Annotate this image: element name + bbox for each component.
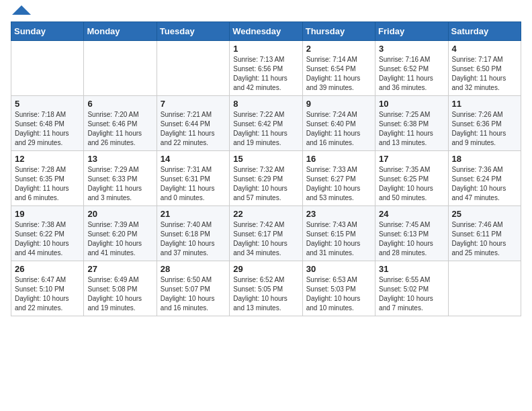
day-number: 11 [452, 99, 517, 109]
day-info: Sunrise: 7:22 AMSunset: 6:42 PMDaylight:… [233, 110, 298, 148]
calendar-cell: 10Sunrise: 7:25 AMSunset: 6:38 PMDayligh… [375, 96, 448, 151]
day-info: Sunrise: 6:47 AMSunset: 5:10 PMDaylight:… [15, 275, 80, 313]
day-number: 13 [87, 154, 152, 164]
calendar-week-1: 1Sunrise: 7:13 AMSunset: 6:56 PMDaylight… [11, 41, 521, 96]
day-info: Sunrise: 7:24 AMSunset: 6:40 PMDaylight:… [306, 110, 371, 148]
day-info: Sunrise: 6:55 AMSunset: 5:02 PMDaylight:… [379, 275, 444, 313]
calendar-cell: 14Sunrise: 7:31 AMSunset: 6:31 PMDayligh… [157, 151, 229, 206]
calendar-cell: 21Sunrise: 7:40 AMSunset: 6:18 PMDayligh… [157, 206, 229, 261]
calendar-cell: 2Sunrise: 7:14 AMSunset: 6:54 PMDaylight… [302, 41, 375, 96]
day-number: 26 [15, 264, 80, 274]
day-number: 12 [15, 154, 80, 164]
calendar-cell: 28Sunrise: 6:50 AMSunset: 5:07 PMDayligh… [157, 261, 229, 316]
logo-arrow-icon [12, 5, 31, 15]
page-header [11, 11, 521, 15]
day-info: Sunrise: 7:28 AMSunset: 6:35 PMDaylight:… [15, 165, 80, 203]
day-info: Sunrise: 7:43 AMSunset: 6:15 PMDaylight:… [306, 220, 371, 258]
calendar-cell: 31Sunrise: 6:55 AMSunset: 5:02 PMDayligh… [375, 261, 448, 316]
calendar-cell: 3Sunrise: 7:16 AMSunset: 6:52 PMDaylight… [375, 41, 448, 96]
day-number: 30 [306, 264, 371, 274]
calendar-cell: 27Sunrise: 6:49 AMSunset: 5:08 PMDayligh… [84, 261, 157, 316]
day-info: Sunrise: 7:40 AMSunset: 6:18 PMDaylight:… [161, 220, 226, 258]
day-number: 27 [87, 264, 152, 274]
day-number: 16 [306, 154, 371, 164]
calendar-cell: 18Sunrise: 7:36 AMSunset: 6:24 PMDayligh… [448, 151, 521, 206]
calendar-cell [84, 41, 157, 96]
day-info: Sunrise: 7:18 AMSunset: 6:48 PMDaylight:… [15, 110, 80, 148]
weekday-sunday: Sunday [11, 22, 84, 41]
day-number: 29 [233, 264, 298, 274]
day-number: 6 [87, 99, 152, 109]
day-info: Sunrise: 7:32 AMSunset: 6:29 PMDaylight:… [233, 165, 298, 203]
calendar-cell: 23Sunrise: 7:43 AMSunset: 6:15 PMDayligh… [302, 206, 375, 261]
calendar-cell: 4Sunrise: 7:17 AMSunset: 6:50 PMDaylight… [448, 41, 521, 96]
day-number: 18 [452, 154, 517, 164]
day-number: 1 [233, 44, 298, 54]
day-number: 4 [452, 44, 517, 54]
calendar-table: SundayMondayTuesdayWednesdayThursdayFrid… [11, 21, 521, 316]
calendar-cell: 11Sunrise: 7:26 AMSunset: 6:36 PMDayligh… [448, 96, 521, 151]
day-info: Sunrise: 7:16 AMSunset: 6:52 PMDaylight:… [379, 55, 444, 93]
calendar-cell: 6Sunrise: 7:20 AMSunset: 6:46 PMDaylight… [84, 96, 157, 151]
day-info: Sunrise: 7:39 AMSunset: 6:20 PMDaylight:… [87, 220, 152, 258]
day-info: Sunrise: 7:26 AMSunset: 6:36 PMDaylight:… [452, 110, 517, 148]
calendar-cell: 1Sunrise: 7:13 AMSunset: 6:56 PMDaylight… [230, 41, 302, 96]
day-number: 10 [379, 99, 444, 109]
day-number: 8 [233, 99, 298, 109]
calendar-cell: 17Sunrise: 7:35 AMSunset: 6:25 PMDayligh… [375, 151, 448, 206]
calendar-cell: 20Sunrise: 7:39 AMSunset: 6:20 PMDayligh… [84, 206, 157, 261]
day-number: 19 [15, 209, 80, 219]
day-info: Sunrise: 7:21 AMSunset: 6:44 PMDaylight:… [161, 110, 226, 148]
day-info: Sunrise: 7:38 AMSunset: 6:22 PMDaylight:… [15, 220, 80, 258]
day-number: 21 [161, 209, 226, 219]
weekday-thursday: Thursday [302, 22, 375, 41]
day-number: 5 [15, 99, 80, 109]
day-number: 17 [379, 154, 444, 164]
calendar-cell: 24Sunrise: 7:45 AMSunset: 6:13 PMDayligh… [375, 206, 448, 261]
day-info: Sunrise: 6:53 AMSunset: 5:03 PMDaylight:… [306, 275, 371, 313]
calendar-cell: 16Sunrise: 7:33 AMSunset: 6:27 PMDayligh… [302, 151, 375, 206]
calendar-cell: 26Sunrise: 6:47 AMSunset: 5:10 PMDayligh… [11, 261, 84, 316]
calendar-cell: 8Sunrise: 7:22 AMSunset: 6:42 PMDaylight… [230, 96, 302, 151]
calendar-week-4: 19Sunrise: 7:38 AMSunset: 6:22 PMDayligh… [11, 206, 521, 261]
weekday-friday: Friday [375, 22, 448, 41]
weekday-header-row: SundayMondayTuesdayWednesdayThursdayFrid… [11, 22, 521, 41]
day-info: Sunrise: 7:17 AMSunset: 6:50 PMDaylight:… [452, 55, 517, 93]
day-info: Sunrise: 6:50 AMSunset: 5:07 PMDaylight:… [161, 275, 226, 313]
logo [11, 11, 31, 15]
day-info: Sunrise: 7:25 AMSunset: 6:38 PMDaylight:… [379, 110, 444, 148]
day-info: Sunrise: 7:42 AMSunset: 6:17 PMDaylight:… [233, 220, 298, 258]
day-info: Sunrise: 7:31 AMSunset: 6:31 PMDaylight:… [161, 165, 226, 203]
calendar-cell: 5Sunrise: 7:18 AMSunset: 6:48 PMDaylight… [11, 96, 84, 151]
day-info: Sunrise: 7:46 AMSunset: 6:11 PMDaylight:… [452, 220, 517, 258]
day-number: 23 [306, 209, 371, 219]
calendar-cell: 7Sunrise: 7:21 AMSunset: 6:44 PMDaylight… [157, 96, 229, 151]
calendar-cell: 25Sunrise: 7:46 AMSunset: 6:11 PMDayligh… [448, 206, 521, 261]
calendar-cell: 9Sunrise: 7:24 AMSunset: 6:40 PMDaylight… [302, 96, 375, 151]
calendar-cell [11, 41, 84, 96]
day-number: 25 [452, 209, 517, 219]
day-number: 2 [306, 44, 371, 54]
calendar-week-3: 12Sunrise: 7:28 AMSunset: 6:35 PMDayligh… [11, 151, 521, 206]
day-info: Sunrise: 7:13 AMSunset: 6:56 PMDaylight:… [233, 55, 298, 93]
day-number: 22 [233, 209, 298, 219]
calendar-cell: 13Sunrise: 7:29 AMSunset: 6:33 PMDayligh… [84, 151, 157, 206]
day-number: 28 [161, 264, 226, 274]
calendar-cell: 30Sunrise: 6:53 AMSunset: 5:03 PMDayligh… [302, 261, 375, 316]
day-number: 7 [161, 99, 226, 109]
calendar-cell: 12Sunrise: 7:28 AMSunset: 6:35 PMDayligh… [11, 151, 84, 206]
day-info: Sunrise: 6:49 AMSunset: 5:08 PMDaylight:… [87, 275, 152, 313]
day-number: 15 [233, 154, 298, 164]
day-info: Sunrise: 7:36 AMSunset: 6:24 PMDaylight:… [452, 165, 517, 203]
weekday-tuesday: Tuesday [157, 22, 229, 41]
day-info: Sunrise: 7:45 AMSunset: 6:13 PMDaylight:… [379, 220, 444, 258]
day-number: 9 [306, 99, 371, 109]
calendar-cell: 15Sunrise: 7:32 AMSunset: 6:29 PMDayligh… [230, 151, 302, 206]
calendar-cell [448, 261, 521, 316]
day-number: 24 [379, 209, 444, 219]
day-number: 14 [161, 154, 226, 164]
calendar-week-5: 26Sunrise: 6:47 AMSunset: 5:10 PMDayligh… [11, 261, 521, 316]
weekday-saturday: Saturday [448, 22, 521, 41]
calendar-body: 1Sunrise: 7:13 AMSunset: 6:56 PMDaylight… [11, 41, 521, 316]
day-info: Sunrise: 7:14 AMSunset: 6:54 PMDaylight:… [306, 55, 371, 93]
